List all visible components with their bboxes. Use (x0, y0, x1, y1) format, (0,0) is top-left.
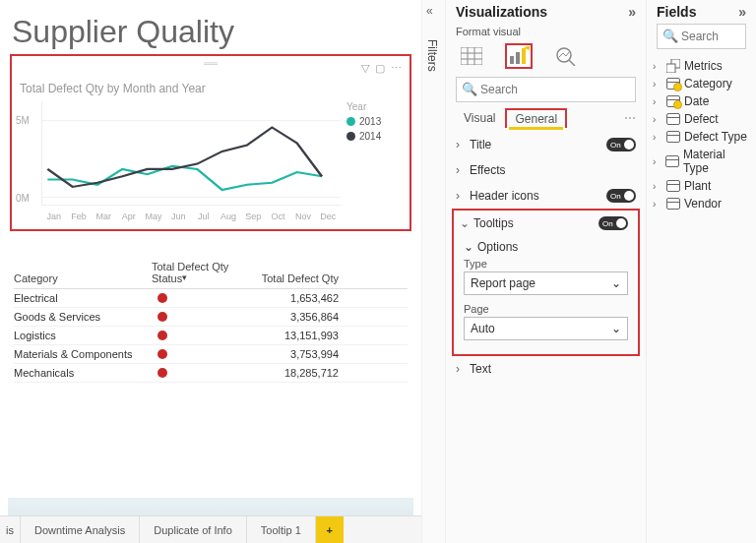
table-icon (666, 131, 680, 143)
chevron-right-icon: › (653, 199, 662, 210)
format-visual-icon[interactable] (505, 43, 533, 69)
table-icon (666, 113, 680, 125)
chart-legend: Year 2013 2014 (341, 101, 402, 206)
collapse-icon[interactable]: » (628, 4, 636, 20)
analytics-icon[interactable] (552, 43, 580, 69)
line-chart-visual[interactable]: ══ ▽ ▢ ⋯ Total Defect Qty by Month and Y… (10, 54, 411, 231)
section-header-icons[interactable]: ›Header iconsOn (446, 183, 646, 209)
chevron-down-icon: ⌄ (611, 322, 621, 335)
page-tab[interactable]: Tooltip 1 (247, 516, 316, 543)
chart-svg (41, 101, 341, 206)
table-row[interactable]: Goods & Services3,356,864 (14, 308, 408, 327)
pane-title: Visualizations (456, 4, 547, 20)
chevron-right-icon: › (653, 132, 662, 143)
more-options-icon[interactable]: ⋯ (624, 111, 636, 125)
field-item[interactable]: ›Category (653, 75, 750, 92)
search-icon: 🔍 (462, 82, 477, 96)
more-options-icon[interactable]: ⋯ (391, 62, 402, 78)
table-icon (666, 95, 680, 107)
table-visual[interactable]: Category Total Defect Qty Status▾ Total … (14, 261, 408, 383)
table-row[interactable]: Logistics13,151,993 (14, 327, 408, 345)
page-tab[interactable]: Duplicate of Info (140, 516, 247, 543)
table-row[interactable]: Mechanicals18,285,712 (14, 364, 408, 383)
chevron-right-icon: › (653, 79, 662, 90)
table-icon (665, 155, 678, 167)
field-item[interactable]: ›Defect Type (653, 128, 750, 146)
page-tabs: is Downtime Analysis Duplicate of Info T… (0, 515, 421, 543)
sort-desc-icon[interactable]: ▾ (182, 272, 187, 282)
page-tab[interactable]: Downtime Analysis (21, 516, 140, 543)
page-tab[interactable]: is (0, 516, 21, 543)
fields-pane: Fields » 🔍 ›Metrics›Category›Date›Defect… (646, 0, 756, 543)
section-tooltips[interactable]: ⌄TooltipsOn (454, 211, 638, 236)
filters-pane-collapsed[interactable]: « Filters (421, 0, 445, 543)
toggle-on[interactable]: On (598, 216, 628, 230)
svg-rect-6 (516, 52, 520, 64)
field-item[interactable]: ›Vendor (653, 195, 750, 212)
collapse-icon[interactable]: » (738, 4, 746, 20)
type-select[interactable]: Report page⌄ (464, 272, 628, 295)
build-visual-icon[interactable] (458, 43, 485, 69)
tab-visual[interactable]: Visual (456, 109, 503, 127)
format-search-input[interactable] (456, 77, 636, 102)
svg-rect-11 (666, 64, 675, 73)
field-item[interactable]: ›Defect (653, 110, 750, 128)
table-row[interactable]: Electrical1,653,462 (14, 289, 408, 308)
svg-point-8 (557, 48, 571, 62)
table-icon (666, 198, 680, 210)
page-select[interactable]: Auto⌄ (464, 317, 628, 340)
section-tooltips-highlight: ⌄TooltipsOn ⌄Options Type Report page⌄ P… (452, 209, 640, 356)
status-dot-icon (158, 368, 167, 378)
section-title[interactable]: ›TitleOn (446, 132, 646, 157)
section-options[interactable]: ⌄Options (454, 236, 638, 256)
legend-swatch-icon (346, 117, 355, 126)
format-search: 🔍 (456, 77, 636, 102)
drag-handle-icon[interactable]: ══ (204, 58, 218, 69)
status-dot-icon (158, 331, 167, 340)
section-effects[interactable]: ›Effects (446, 157, 646, 183)
chart-plot: 5M 0M JanFebMarAprMayJunJulAugSepOctNovD… (20, 101, 341, 206)
status-dot-icon (158, 293, 167, 303)
metrics-icon (666, 59, 680, 73)
chevron-right-icon: › (653, 114, 662, 125)
add-page-button[interactable]: + (316, 516, 344, 543)
table-row[interactable]: Materials & Components3,753,994 (14, 345, 408, 364)
page-label: Page (464, 303, 628, 315)
chart-title: Total Defect Qty by Month and Year (20, 82, 402, 95)
pane-subtitle: Format visual (446, 26, 646, 37)
fields-search: 🔍 (657, 24, 746, 49)
svg-rect-0 (461, 47, 482, 65)
visualizations-pane: Visualizations » Format visual 🔍 Visual … (445, 0, 646, 543)
chevron-right-icon: › (653, 181, 662, 192)
type-label: Type (464, 258, 628, 270)
chevron-down-icon: ⌄ (611, 276, 621, 290)
filter-icon[interactable]: ▽ (361, 62, 369, 78)
chevron-right-icon: › (653, 96, 662, 107)
table-icon (666, 78, 680, 90)
status-dot-icon (158, 312, 167, 322)
map-visual[interactable] (8, 498, 413, 515)
toggle-on[interactable]: On (606, 189, 636, 203)
svg-line-9 (569, 60, 575, 66)
section-text[interactable]: ›Text (446, 356, 646, 382)
chevron-right-icon: › (653, 61, 662, 72)
svg-rect-7 (522, 48, 526, 64)
table-icon (666, 180, 680, 192)
field-item[interactable]: ›Date (653, 92, 750, 110)
field-item[interactable]: ›Plant (653, 177, 750, 195)
pane-title: Fields (657, 4, 696, 20)
search-icon: 🔍 (662, 29, 678, 43)
page-title: Supplier Quality (12, 14, 346, 50)
focus-mode-icon[interactable]: ▢ (375, 62, 385, 78)
field-item[interactable]: ›Material Type (653, 146, 750, 177)
status-dot-icon (158, 349, 167, 359)
tab-general[interactable]: General (505, 108, 567, 128)
svg-rect-5 (510, 56, 514, 64)
toggle-on[interactable]: On (606, 138, 636, 151)
expand-icon[interactable]: « (426, 4, 433, 18)
chevron-right-icon: › (653, 156, 662, 167)
legend-swatch-icon (346, 132, 355, 141)
report-canvas: Supplier Quality ══ ▽ ▢ ⋯ Total Defect Q… (0, 0, 421, 543)
field-item[interactable]: ›Metrics (653, 57, 750, 75)
